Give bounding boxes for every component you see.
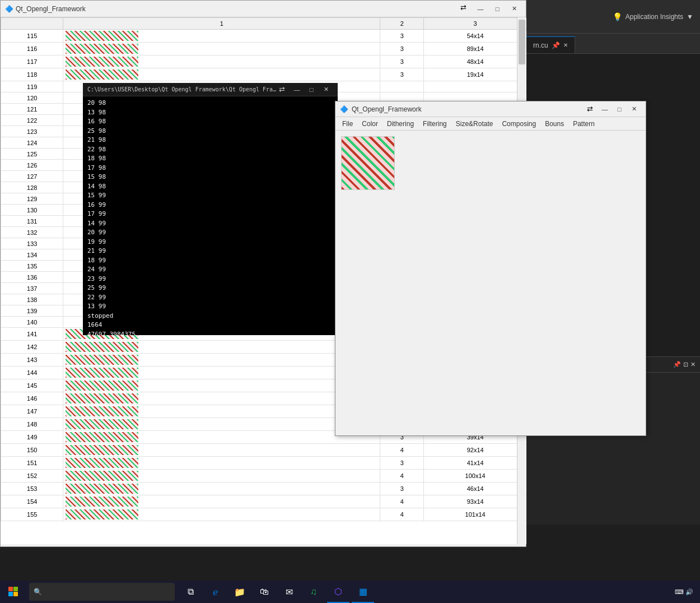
col2-cell: 4 — [380, 470, 424, 483]
console-line: 17 98 — [87, 164, 333, 173]
table-row: 1524100x14 — [1, 470, 527, 483]
row-number: 154 — [1, 495, 63, 508]
row-number: 132 — [1, 227, 63, 238]
edge-icon[interactable]: ℯ — [204, 581, 226, 603]
pattern-cell — [63, 68, 380, 81]
table-row: 116389x14 — [1, 43, 527, 55]
insights-chevron: ▼ — [687, 13, 693, 21]
col2-cell: 3 — [380, 457, 424, 470]
col-header-4: 3 — [424, 18, 527, 30]
row-number: 137 — [1, 283, 63, 294]
menu-item-pattern[interactable]: Pattern — [568, 119, 599, 129]
console-line: 25 99 — [87, 284, 333, 293]
col-header-3: 2 — [380, 18, 424, 30]
row-number: 148 — [1, 418, 63, 431]
row-number: 145 — [1, 379, 63, 392]
col3-cell: 19x14 — [424, 68, 527, 81]
console-close[interactable]: ✕ — [319, 84, 333, 95]
qt-popup-window: 🔷 Qt_Opengl_Framework ⇄ — □ ✕ FileColorD… — [335, 101, 646, 436]
console-window: C:\Users\USER\Desktop\Qt_Opengl_Framewor… — [83, 83, 338, 335]
row-number: 150 — [1, 444, 63, 457]
taskbar-icons: ⧉ ℯ 📁 🛍 ✉ ♫ ⬡ ▦ — [179, 581, 374, 603]
popup-close[interactable]: ✕ — [627, 104, 641, 115]
menu-item-file[interactable]: File — [338, 119, 357, 129]
table-row: 150492x14 — [1, 444, 527, 457]
menu-item-color[interactable]: Color — [357, 119, 382, 129]
application-insights-button[interactable]: 💡 Application Insights ▼ — [613, 12, 693, 21]
store-icon[interactable]: 🛍 — [253, 581, 276, 603]
insights-icon: 💡 — [613, 12, 622, 21]
app-icon[interactable]: ▦ — [352, 581, 374, 603]
console-line: 21 99 — [87, 247, 333, 256]
row-number: 151 — [1, 457, 63, 470]
vs-icon[interactable]: ⬡ — [327, 581, 349, 603]
row-number: 118 — [1, 68, 63, 81]
vscode-tab-rn[interactable]: rn.cu 📌 ✕ — [526, 36, 575, 53]
minimize-button[interactable]: — — [473, 3, 488, 15]
pattern-cell — [63, 495, 380, 508]
row-number: 140 — [1, 317, 63, 328]
col3-cell: 41x14 — [424, 457, 527, 470]
col2-cell: 3 — [380, 55, 424, 68]
console-line: 22 99 — [87, 293, 333, 303]
taskview-button[interactable]: ⧉ — [179, 581, 202, 603]
menu-item-filtering[interactable]: Filtering — [418, 119, 451, 129]
mail-icon[interactable]: ✉ — [278, 581, 300, 603]
menu-item-size&rotate[interactable]: Size&Rotate — [451, 119, 498, 129]
pattern-cell — [63, 470, 380, 483]
console-line: 14 98 — [87, 182, 333, 192]
popup-maximize[interactable]: □ — [612, 104, 627, 115]
console-minimize[interactable]: — — [290, 84, 304, 95]
console-line: 47697.3984375 — [87, 330, 333, 336]
svg-rect-1 — [13, 587, 18, 591]
row-number: 149 — [1, 431, 63, 444]
row-number: 126 — [1, 160, 63, 171]
pattern-cell — [63, 457, 380, 470]
console-line: 20 99 — [87, 228, 333, 238]
row-number: 138 — [1, 294, 63, 305]
row-number: 125 — [1, 149, 63, 160]
console-line: 25 98 — [87, 127, 333, 136]
row-number: 134 — [1, 249, 63, 261]
svg-rect-0 — [8, 587, 13, 591]
popup-content — [335, 131, 646, 196]
main-titlebar: 🔷 Qt_Opengl_Framework ⇄ — □ ✕ — [1, 1, 526, 17]
spotify-icon[interactable]: ♫ — [302, 581, 325, 603]
row-number: 143 — [1, 354, 63, 367]
row-number: 121 — [1, 104, 63, 115]
table-row: 118319x14 — [1, 68, 527, 81]
menu-item-composing[interactable]: Composing — [497, 119, 540, 129]
console-line: 23 99 — [87, 275, 333, 284]
popup-titlebar: 🔷 Qt_Opengl_Framework ⇄ — □ ✕ — [335, 101, 646, 117]
col3-cell: 48x14 — [424, 55, 527, 68]
pattern-cell — [63, 508, 380, 521]
popup-minimize[interactable]: — — [598, 104, 612, 115]
console-maximize[interactable]: □ — [304, 84, 319, 95]
row-number: 127 — [1, 171, 63, 182]
pattern-cell — [63, 55, 380, 68]
console-line: 13 99 — [87, 302, 333, 312]
table-row: 153346x14 — [1, 483, 527, 495]
taskbar-search[interactable]: 🔍 — [29, 583, 175, 601]
table-row: 115354x14 — [1, 30, 527, 43]
vscode-topbar: 💡 Application Insights ▼ — [526, 0, 700, 34]
row-number: 119 — [1, 81, 63, 92]
row-number: 139 — [1, 305, 63, 317]
col3-cell: 89x14 — [424, 43, 527, 55]
search-icon: 🔍 — [34, 588, 42, 596]
maximize-button[interactable]: □ — [490, 3, 505, 15]
row-number: 131 — [1, 216, 63, 227]
pattern-cell — [63, 405, 380, 418]
pattern-cell — [63, 379, 380, 392]
explorer-icon[interactable]: 📁 — [228, 581, 251, 603]
tab-close-button[interactable]: ✕ — [563, 42, 568, 48]
panel-close-icon[interactable]: ✕ — [690, 361, 696, 368]
console-line: 15 98 — [87, 173, 333, 182]
menu-item-bouns[interactable]: Bouns — [540, 119, 568, 129]
menu-item-dithering[interactable]: Dithering — [382, 119, 418, 129]
console-line: 14 99 — [87, 219, 333, 229]
pattern-cell — [63, 444, 380, 457]
start-button[interactable] — [0, 581, 27, 603]
close-button[interactable]: ✕ — [507, 3, 521, 15]
console-swap: ⇄ — [279, 85, 285, 94]
